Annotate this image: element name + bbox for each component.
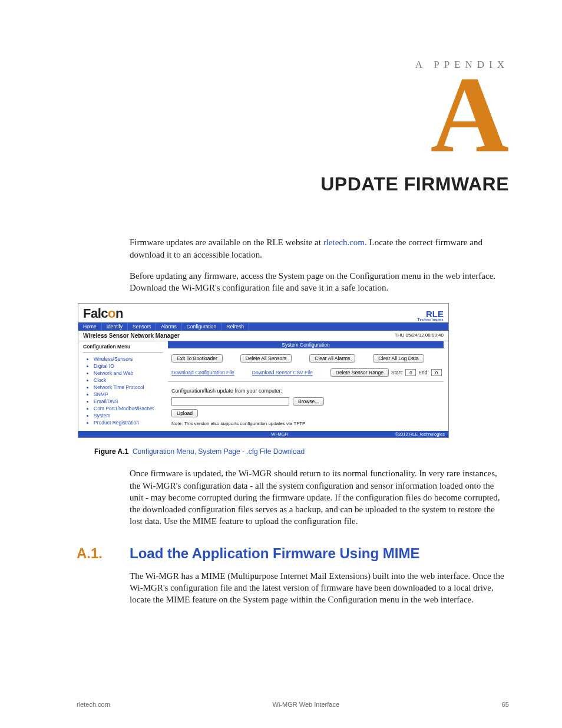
upload-label: Configuration/flash update from your com… bbox=[168, 388, 444, 394]
footer-right: 65 bbox=[502, 701, 509, 708]
section-paragraph: The Wi-MGR has a MIME (Multipurpose Inte… bbox=[130, 570, 509, 606]
appendix-letter: A bbox=[77, 72, 509, 157]
side-item-wireless[interactable]: Wireless/Sensors bbox=[94, 356, 163, 362]
side-item-ntp[interactable]: Network Time Protocol bbox=[94, 384, 163, 390]
ss-footer-center: Wi-MGR bbox=[168, 431, 391, 437]
download-csv-link[interactable]: Download Sensor CSV File bbox=[252, 370, 313, 375]
delete-all-sensors-button[interactable]: Delete All Sensors bbox=[240, 354, 292, 363]
download-config-link[interactable]: Download Configuration File bbox=[171, 370, 234, 375]
intro-paragraph-2: Before updating any firmware, access the… bbox=[130, 270, 509, 294]
section-title: Load the Application Firmware Using MIME bbox=[130, 545, 419, 562]
side-item-clock[interactable]: Clock bbox=[94, 377, 163, 383]
start-input[interactable] bbox=[405, 369, 416, 376]
file-input[interactable] bbox=[171, 397, 289, 406]
tab-identify[interactable]: Identify bbox=[102, 322, 128, 331]
end-input[interactable] bbox=[431, 369, 442, 376]
tab-sensors[interactable]: Sensors bbox=[128, 322, 156, 331]
end-label: End: bbox=[418, 370, 429, 375]
ss-title: Wireless Sensor Network Manager bbox=[83, 332, 180, 339]
ss-sidebar: Configuration Menu Wireless/Sensors Digi… bbox=[78, 341, 168, 431]
upload-button[interactable]: Upload bbox=[171, 409, 198, 417]
side-item-digitalio[interactable]: Digital IO bbox=[94, 363, 163, 369]
clear-all-alarms-button[interactable]: Clear All Alarms bbox=[309, 354, 355, 363]
footer-left: rletech.com bbox=[77, 701, 110, 708]
rletech-link[interactable]: rletech.com bbox=[323, 238, 365, 247]
side-item-system[interactable]: System bbox=[94, 413, 163, 419]
ss-datetime: THU 05/24/12 08:09:40 bbox=[395, 332, 444, 339]
tab-alarms[interactable]: Alarms bbox=[156, 322, 181, 331]
exit-bootloader-button[interactable]: Exit To Bootloader bbox=[171, 354, 223, 363]
footer-center: Wi-MGR Web Interface bbox=[273, 701, 340, 708]
page-footer: rletech.com Wi-MGR Web Interface 65 bbox=[77, 701, 509, 708]
clear-all-logdata-button[interactable]: Clear All Log Data bbox=[373, 354, 424, 363]
tftp-note: Note: This version also supports configu… bbox=[168, 421, 444, 426]
section-number: A.1. bbox=[77, 545, 130, 562]
chapter-title: UPDATE FIRMWARE bbox=[77, 173, 509, 195]
tab-home[interactable]: Home bbox=[78, 322, 102, 331]
side-item-comport[interactable]: Com Port1/Modbus/Bacnet bbox=[94, 406, 163, 411]
ss-navbar: Home Identify Sensors Alarms Configurati… bbox=[78, 322, 448, 331]
side-item-emaildns[interactable]: Email/DNS bbox=[94, 398, 163, 404]
tab-refresh[interactable]: Refresh bbox=[222, 322, 249, 331]
delete-sensor-range-button[interactable]: Delete Sensor Range bbox=[330, 368, 389, 377]
browse-button[interactable]: Browse... bbox=[293, 397, 324, 406]
figure-caption: Figure A.1 Configuration Menu, System Pa… bbox=[94, 447, 509, 456]
ss-footer-right: ©2012 RLE Technologies bbox=[391, 431, 448, 437]
side-item-network[interactable]: Network and Web bbox=[94, 370, 163, 376]
rle-logo: RLE Technologies bbox=[418, 310, 444, 321]
side-item-registration[interactable]: Product Registration bbox=[94, 420, 163, 426]
intro-paragraph-1: Firmware updates are available on the RL… bbox=[130, 236, 509, 261]
tab-configuration[interactable]: Configuration bbox=[182, 322, 222, 331]
start-label: Start: bbox=[391, 370, 403, 375]
ss-side-title: Configuration Menu bbox=[83, 344, 163, 350]
falcon-logo: Falcon bbox=[83, 306, 123, 321]
system-config-screenshot: Falcon RLE Technologies Home Identify Se… bbox=[78, 303, 449, 438]
post-figure-paragraph: Once firmware is updated, the Wi-MGR sho… bbox=[130, 467, 509, 527]
ss-section-title: System Configuration bbox=[168, 341, 444, 348]
side-item-snmp[interactable]: SNMP bbox=[94, 391, 163, 397]
